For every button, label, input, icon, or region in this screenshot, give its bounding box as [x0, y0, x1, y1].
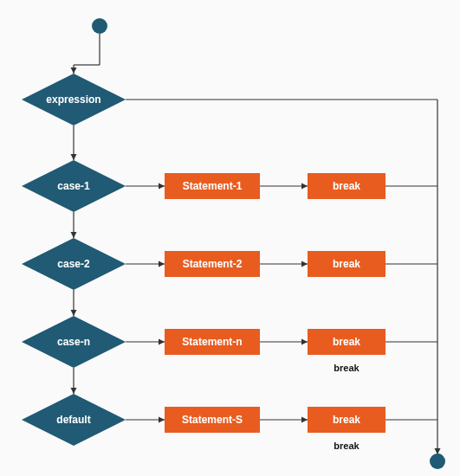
- default-node: default: [22, 394, 126, 446]
- flowchart-diagram: expression case-1 case-2 case-n default …: [0, 0, 460, 476]
- case1-label: case-1: [57, 180, 90, 192]
- breaks-label: break: [333, 414, 360, 426]
- case1-node: case-1: [22, 160, 126, 212]
- casen-node: case-n: [22, 316, 126, 368]
- case2-label: case-2: [57, 258, 90, 270]
- stmt2-label: Statement-2: [183, 258, 243, 270]
- breakn-label: break: [333, 336, 360, 348]
- stmtn-label: Statement-n: [182, 336, 242, 348]
- stmt2-node: Statement-2: [165, 251, 260, 277]
- stmts-label: Statement-S: [182, 414, 243, 426]
- start-node: [92, 18, 107, 34]
- break-edge-label-2: break: [334, 441, 360, 451]
- end-node: [430, 453, 445, 469]
- case2-node: case-2: [22, 238, 126, 290]
- break1-label: break: [333, 180, 360, 192]
- breaks-node: break: [308, 407, 385, 433]
- break1-node: break: [308, 173, 385, 199]
- breakn-node: break: [308, 329, 385, 355]
- default-label: default: [56, 414, 90, 426]
- break2-label: break: [333, 258, 360, 270]
- stmts-node: Statement-S: [165, 407, 260, 433]
- stmt1-node: Statement-1: [165, 173, 260, 199]
- stmtn-node: Statement-n: [165, 329, 260, 355]
- break-edge-label-1: break: [334, 363, 360, 373]
- break2-node: break: [308, 251, 385, 277]
- expression-node: expression: [22, 74, 126, 125]
- casen-label: case-n: [57, 336, 90, 348]
- stmt1-label: Statement-1: [183, 180, 243, 192]
- expression-label: expression: [46, 93, 100, 106]
